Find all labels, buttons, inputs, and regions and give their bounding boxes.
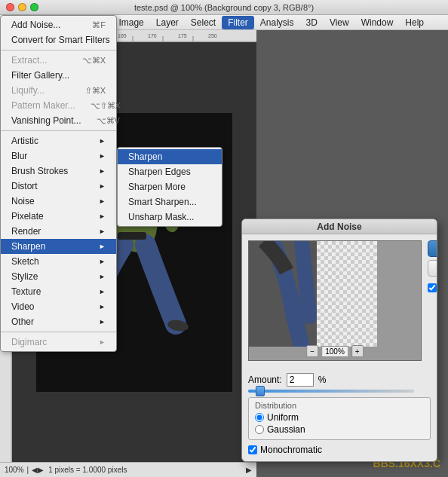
dialog-title-bar: Add Noise	[242, 219, 437, 234]
uniform-radio-row: Uniform	[255, 412, 424, 423]
menu-blur[interactable]: Blur ►	[1, 148, 116, 164]
dialog-preview: − 100% +	[248, 240, 422, 361]
forward-icon[interactable]: ▶	[246, 466, 252, 474]
menu-artistic[interactable]: Artistic ►	[1, 133, 116, 148]
menu-image[interactable]: Image	[112, 16, 149, 29]
amount-label: Amount:	[248, 375, 282, 385]
maximize-button[interactable]	[30, 3, 38, 11]
zoom-level: 100%	[5, 466, 24, 474]
sharpen-item-unsharp[interactable]: Unsharp Mask...	[118, 209, 222, 225]
zoom-in-button[interactable]: +	[351, 345, 364, 357]
close-button[interactable]	[6, 3, 14, 11]
menu-extract[interactable]: Extract... ⌥⌘X	[1, 53, 116, 68]
cancel-button[interactable]: Cancel	[428, 260, 437, 277]
sharpen-item-smart[interactable]: Smart Sharpen...	[118, 194, 222, 209]
status-bar: 100% | ◀▶ 1 pixels = 1.0000 pixels ▶	[0, 462, 256, 477]
menu-select[interactable]: Select	[185, 16, 222, 29]
distribution-label: Distribution	[255, 401, 424, 410]
monochromatic-checkbox[interactable]	[248, 445, 257, 454]
menu-filter[interactable]: Filter	[222, 16, 254, 29]
menu-help[interactable]: Help	[399, 16, 430, 29]
gaussian-radio-row: Gaussian	[255, 424, 424, 435]
amount-input[interactable]	[287, 373, 314, 387]
minimize-button[interactable]	[18, 3, 26, 11]
menu-vanishing-point[interactable]: Vanishing Point... ⌥⌘V	[1, 113, 116, 128]
amount-slider[interactable]	[248, 390, 414, 393]
menu-distort[interactable]: Distort ►	[1, 179, 116, 194]
menu-render[interactable]: Render ►	[1, 224, 116, 239]
navigator-icon[interactable]: ◀▶	[32, 466, 44, 474]
sharpen-item-more[interactable]: Sharpen More	[118, 179, 222, 194]
menu-view[interactable]: View	[324, 16, 355, 29]
dialog-title: Add Noise	[317, 222, 361, 232]
amount-unit: %	[318, 375, 327, 385]
amount-row: Amount: %	[248, 373, 431, 387]
preview-checkbox-row: Preview	[428, 283, 437, 293]
gaussian-radio[interactable]	[255, 425, 264, 434]
filter-dropdown-menu: Add Noise... ⌘F Convert for Smart Filter…	[0, 15, 117, 352]
menu-brush-strokes[interactable]: Brush Strokes ►	[1, 164, 116, 179]
add-noise-dialog: Add Noise	[241, 219, 437, 462]
uniform-radio[interactable]	[255, 413, 264, 422]
menu-texture[interactable]: Texture ►	[1, 284, 116, 299]
menu-convert-smart[interactable]: Convert for Smart Filters	[1, 32, 116, 47]
zoom-out-button[interactable]: −	[306, 345, 318, 357]
title-bar: teste.psd @ 100% (Background copy 3, RGB…	[0, 0, 448, 15]
menu-layer[interactable]: Layer	[150, 16, 185, 29]
menu-window[interactable]: Window	[355, 16, 400, 29]
distribution-group: Distribution Uniform Gaussian	[248, 397, 431, 440]
gaussian-label: Gaussian	[267, 424, 305, 435]
menu-noise[interactable]: Noise ►	[1, 194, 116, 209]
amount-slider-container	[248, 390, 431, 393]
monochromatic-label: Monochromatic	[260, 445, 322, 455]
window-title: teste.psd @ 100% (Background copy 3, RGB…	[134, 3, 314, 12]
slider-thumb[interactable]	[256, 386, 265, 396]
menu-digimarc[interactable]: Digimarc ►	[1, 335, 116, 350]
menu-3d[interactable]: 3D	[300, 16, 324, 29]
separator-1	[1, 50, 116, 50]
menu-pattern-maker[interactable]: Pattern Maker... ⌥⇧⌘X	[1, 98, 116, 113]
preview-checkbox[interactable]	[428, 283, 437, 292]
menu-other[interactable]: Other ►	[1, 314, 116, 329]
menu-filter-gallery[interactable]: Filter Gallery...	[1, 68, 116, 83]
menu-add-noise[interactable]: Add Noise... ⌘F	[1, 17, 116, 32]
separator-2	[1, 130, 116, 131]
sharpen-item-edges[interactable]: Sharpen Edges	[118, 164, 222, 179]
separator-3	[1, 332, 116, 332]
svg-text:175: 175	[178, 33, 187, 38]
preview-navigation: − 100% +	[306, 345, 364, 357]
zoom-level-display: 100%	[321, 346, 348, 357]
menu-sharpen[interactable]: Sharpen ►	[1, 239, 116, 254]
status-info: 1 pixels = 1.0000 pixels	[48, 466, 127, 474]
menu-stylize[interactable]: Stylize ►	[1, 269, 116, 284]
menu-liquify[interactable]: Liquify... ⇧⌘X	[1, 83, 116, 98]
sharpen-submenu: Sharpen Sharpen Edges Sharpen More Smart…	[117, 147, 222, 227]
svg-text:250: 250	[208, 33, 217, 38]
svg-rect-27	[317, 241, 377, 347]
menu-pixelate[interactable]: Pixelate ►	[1, 209, 116, 224]
preview-svg	[249, 241, 377, 347]
svg-text:165: 165	[118, 33, 127, 38]
monochromatic-row: Monochromatic	[248, 445, 431, 455]
uniform-label: Uniform	[267, 412, 299, 423]
svg-text:170: 170	[148, 33, 157, 38]
ok-button[interactable]: OK	[428, 240, 437, 257]
sharpen-item-sharpen[interactable]: Sharpen	[118, 149, 222, 164]
menu-sketch[interactable]: Sketch ►	[1, 254, 116, 269]
menu-video[interactable]: Video ►	[1, 299, 116, 314]
window-controls	[6, 3, 38, 11]
svg-rect-21	[118, 232, 146, 240]
menu-analysis[interactable]: Analysis	[254, 16, 300, 29]
